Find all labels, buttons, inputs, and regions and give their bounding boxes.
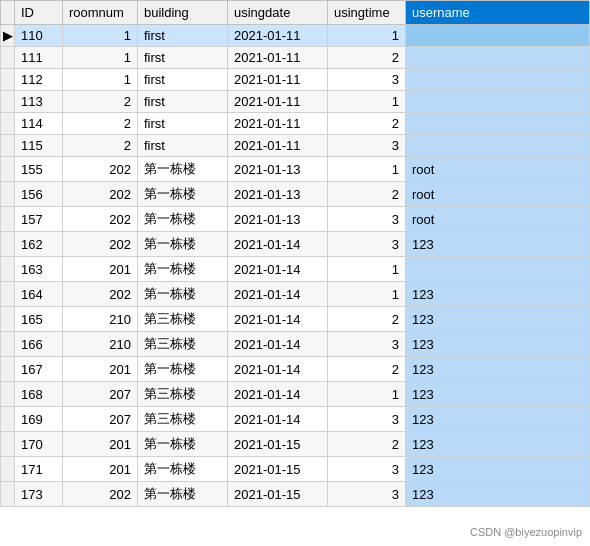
cell-roomnum: 210 bbox=[63, 332, 138, 357]
cell-id: 170 bbox=[15, 432, 63, 457]
table-row[interactable]: 156202第一栋楼2021-01-132root bbox=[1, 182, 590, 207]
row-indicator bbox=[1, 357, 15, 382]
cell-usingdate: 2021-01-11 bbox=[228, 91, 328, 113]
table-row[interactable]: 1152first2021-01-113 bbox=[1, 135, 590, 157]
cell-building: 第一栋楼 bbox=[138, 357, 228, 382]
cell-usingdate: 2021-01-13 bbox=[228, 207, 328, 232]
row-indicator bbox=[1, 182, 15, 207]
cell-roomnum: 202 bbox=[63, 207, 138, 232]
table-row[interactable]: 155202第一栋楼2021-01-131root bbox=[1, 157, 590, 182]
cell-id: 156 bbox=[15, 182, 63, 207]
table-row[interactable]: 167201第一栋楼2021-01-142123 bbox=[1, 357, 590, 382]
cell-username: 123 bbox=[406, 282, 590, 307]
column-header-usingdate[interactable]: usingdate bbox=[228, 1, 328, 25]
table-row[interactable]: 1132first2021-01-111 bbox=[1, 91, 590, 113]
table-row[interactable]: 168207第三栋楼2021-01-141123 bbox=[1, 382, 590, 407]
cell-id: 112 bbox=[15, 69, 63, 91]
cell-building: 第三栋楼 bbox=[138, 382, 228, 407]
table-row[interactable]: 1111first2021-01-112 bbox=[1, 47, 590, 69]
cell-username bbox=[406, 135, 590, 157]
table-row[interactable]: 157202第一栋楼2021-01-133root bbox=[1, 207, 590, 232]
row-indicator bbox=[1, 69, 15, 91]
cell-id: 162 bbox=[15, 232, 63, 257]
cell-username: root bbox=[406, 207, 590, 232]
cell-usingdate: 2021-01-14 bbox=[228, 307, 328, 332]
cell-roomnum: 2 bbox=[63, 91, 138, 113]
cell-username: root bbox=[406, 157, 590, 182]
cell-usingtime: 3 bbox=[328, 207, 406, 232]
cell-username: 123 bbox=[406, 232, 590, 257]
table-row[interactable]: 165210第三栋楼2021-01-142123 bbox=[1, 307, 590, 332]
cell-roomnum: 1 bbox=[63, 69, 138, 91]
cell-id: 164 bbox=[15, 282, 63, 307]
cell-usingtime: 1 bbox=[328, 91, 406, 113]
cell-username: 123 bbox=[406, 382, 590, 407]
cell-username: 123 bbox=[406, 332, 590, 357]
table-row[interactable]: 163201第一栋楼2021-01-141 bbox=[1, 257, 590, 282]
cell-roomnum: 201 bbox=[63, 357, 138, 382]
cell-building: 第一栋楼 bbox=[138, 482, 228, 507]
table-row[interactable]: 170201第一栋楼2021-01-152123 bbox=[1, 432, 590, 457]
cell-usingdate: 2021-01-15 bbox=[228, 482, 328, 507]
cell-building: first bbox=[138, 135, 228, 157]
cell-usingdate: 2021-01-14 bbox=[228, 332, 328, 357]
row-indicator bbox=[1, 307, 15, 332]
cell-id: 115 bbox=[15, 135, 63, 157]
column-header-building[interactable]: building bbox=[138, 1, 228, 25]
cell-id: 155 bbox=[15, 157, 63, 182]
row-indicator bbox=[1, 382, 15, 407]
cell-usingtime: 3 bbox=[328, 69, 406, 91]
cell-usingdate: 2021-01-11 bbox=[228, 25, 328, 47]
cell-id: 163 bbox=[15, 257, 63, 282]
cell-building: 第一栋楼 bbox=[138, 257, 228, 282]
cell-usingdate: 2021-01-15 bbox=[228, 457, 328, 482]
table-body: ▶1101first2021-01-1111111first2021-01-11… bbox=[1, 25, 590, 507]
table-row[interactable]: 169207第三栋楼2021-01-143123 bbox=[1, 407, 590, 432]
row-indicator bbox=[1, 482, 15, 507]
cell-id: 110 bbox=[15, 25, 63, 47]
row-indicator bbox=[1, 113, 15, 135]
row-indicator bbox=[1, 407, 15, 432]
cell-usingdate: 2021-01-11 bbox=[228, 135, 328, 157]
cell-id: 113 bbox=[15, 91, 63, 113]
cell-username: 123 bbox=[406, 307, 590, 332]
column-header-roomnum[interactable]: roomnum bbox=[63, 1, 138, 25]
cell-building: 第一栋楼 bbox=[138, 232, 228, 257]
cell-roomnum: 202 bbox=[63, 157, 138, 182]
cell-usingtime: 3 bbox=[328, 457, 406, 482]
cell-id: 173 bbox=[15, 482, 63, 507]
cell-username bbox=[406, 25, 590, 47]
cell-building: 第一栋楼 bbox=[138, 157, 228, 182]
row-indicator bbox=[1, 135, 15, 157]
table-row[interactable]: 162202第一栋楼2021-01-143123 bbox=[1, 232, 590, 257]
cell-id: 111 bbox=[15, 47, 63, 69]
cell-roomnum: 2 bbox=[63, 135, 138, 157]
table-row[interactable]: 1142first2021-01-112 bbox=[1, 113, 590, 135]
table-row[interactable]: 164202第一栋楼2021-01-141123 bbox=[1, 282, 590, 307]
table-row[interactable]: 171201第一栋楼2021-01-153123 bbox=[1, 457, 590, 482]
data-table-container[interactable]: IDroomnumbuildingusingdateusingtimeusern… bbox=[0, 0, 590, 546]
cell-usingdate: 2021-01-14 bbox=[228, 257, 328, 282]
cell-usingdate: 2021-01-13 bbox=[228, 157, 328, 182]
row-indicator bbox=[1, 257, 15, 282]
cell-roomnum: 201 bbox=[63, 457, 138, 482]
table-row[interactable]: 1121first2021-01-113 bbox=[1, 69, 590, 91]
cell-username bbox=[406, 257, 590, 282]
cell-usingdate: 2021-01-14 bbox=[228, 282, 328, 307]
cell-usingtime: 2 bbox=[328, 113, 406, 135]
column-header-usingtime[interactable]: usingtime bbox=[328, 1, 406, 25]
cell-roomnum: 1 bbox=[63, 47, 138, 69]
column-header-username[interactable]: username bbox=[406, 1, 590, 25]
cell-roomnum: 2 bbox=[63, 113, 138, 135]
column-header-indicator[interactable] bbox=[1, 1, 15, 25]
cell-roomnum: 207 bbox=[63, 407, 138, 432]
cell-id: 167 bbox=[15, 357, 63, 382]
table-row[interactable]: ▶1101first2021-01-111 bbox=[1, 25, 590, 47]
table-row[interactable]: 173202第一栋楼2021-01-153123 bbox=[1, 482, 590, 507]
cell-roomnum: 1 bbox=[63, 25, 138, 47]
cell-roomnum: 201 bbox=[63, 257, 138, 282]
cell-building: 第一栋楼 bbox=[138, 182, 228, 207]
column-header-id[interactable]: ID bbox=[15, 1, 63, 25]
cell-id: 166 bbox=[15, 332, 63, 357]
table-row[interactable]: 166210第三栋楼2021-01-143123 bbox=[1, 332, 590, 357]
